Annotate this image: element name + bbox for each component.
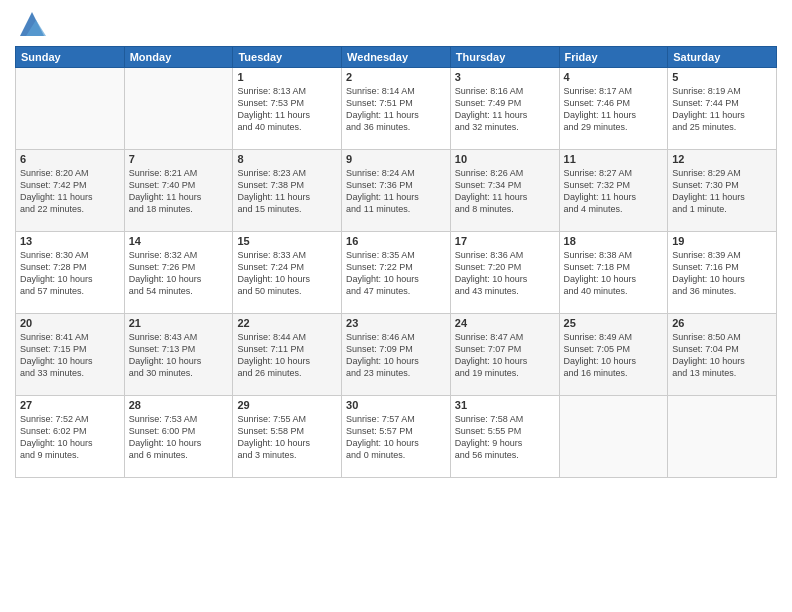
calendar-cell: 20Sunrise: 8:41 AM Sunset: 7:15 PM Dayli… <box>16 314 125 396</box>
calendar-cell: 18Sunrise: 8:38 AM Sunset: 7:18 PM Dayli… <box>559 232 668 314</box>
calendar-cell: 31Sunrise: 7:58 AM Sunset: 5:55 PM Dayli… <box>450 396 559 478</box>
day-number: 9 <box>346 153 446 165</box>
day-number: 12 <box>672 153 772 165</box>
day-info: Sunrise: 8:36 AM Sunset: 7:20 PM Dayligh… <box>455 249 555 298</box>
day-info: Sunrise: 8:17 AM Sunset: 7:46 PM Dayligh… <box>564 85 664 134</box>
calendar-cell: 4Sunrise: 8:17 AM Sunset: 7:46 PM Daylig… <box>559 68 668 150</box>
day-info: Sunrise: 8:23 AM Sunset: 7:38 PM Dayligh… <box>237 167 337 216</box>
logo <box>15 10 46 38</box>
day-info: Sunrise: 8:46 AM Sunset: 7:09 PM Dayligh… <box>346 331 446 380</box>
day-header-saturday: Saturday <box>668 47 777 68</box>
calendar-cell <box>559 396 668 478</box>
day-number: 30 <box>346 399 446 411</box>
day-number: 19 <box>672 235 772 247</box>
week-row-3: 13Sunrise: 8:30 AM Sunset: 7:28 PM Dayli… <box>16 232 777 314</box>
calendar-header-row: SundayMondayTuesdayWednesdayThursdayFrid… <box>16 47 777 68</box>
calendar-cell: 19Sunrise: 8:39 AM Sunset: 7:16 PM Dayli… <box>668 232 777 314</box>
day-number: 22 <box>237 317 337 329</box>
day-info: Sunrise: 8:14 AM Sunset: 7:51 PM Dayligh… <box>346 85 446 134</box>
week-row-4: 20Sunrise: 8:41 AM Sunset: 7:15 PM Dayli… <box>16 314 777 396</box>
day-number: 5 <box>672 71 772 83</box>
day-header-monday: Monday <box>124 47 233 68</box>
calendar-cell: 26Sunrise: 8:50 AM Sunset: 7:04 PM Dayli… <box>668 314 777 396</box>
day-number: 20 <box>20 317 120 329</box>
day-number: 11 <box>564 153 664 165</box>
day-number: 13 <box>20 235 120 247</box>
calendar-cell: 10Sunrise: 8:26 AM Sunset: 7:34 PM Dayli… <box>450 150 559 232</box>
week-row-2: 6Sunrise: 8:20 AM Sunset: 7:42 PM Daylig… <box>16 150 777 232</box>
day-info: Sunrise: 8:27 AM Sunset: 7:32 PM Dayligh… <box>564 167 664 216</box>
day-info: Sunrise: 8:32 AM Sunset: 7:26 PM Dayligh… <box>129 249 229 298</box>
day-number: 28 <box>129 399 229 411</box>
calendar-cell: 6Sunrise: 8:20 AM Sunset: 7:42 PM Daylig… <box>16 150 125 232</box>
calendar-cell: 14Sunrise: 8:32 AM Sunset: 7:26 PM Dayli… <box>124 232 233 314</box>
day-info: Sunrise: 8:20 AM Sunset: 7:42 PM Dayligh… <box>20 167 120 216</box>
calendar-cell: 11Sunrise: 8:27 AM Sunset: 7:32 PM Dayli… <box>559 150 668 232</box>
day-number: 18 <box>564 235 664 247</box>
calendar-cell: 23Sunrise: 8:46 AM Sunset: 7:09 PM Dayli… <box>342 314 451 396</box>
day-info: Sunrise: 8:16 AM Sunset: 7:49 PM Dayligh… <box>455 85 555 134</box>
day-number: 27 <box>20 399 120 411</box>
day-info: Sunrise: 7:53 AM Sunset: 6:00 PM Dayligh… <box>129 413 229 462</box>
day-number: 10 <box>455 153 555 165</box>
day-info: Sunrise: 7:55 AM Sunset: 5:58 PM Dayligh… <box>237 413 337 462</box>
calendar-cell: 21Sunrise: 8:43 AM Sunset: 7:13 PM Dayli… <box>124 314 233 396</box>
calendar-cell: 29Sunrise: 7:55 AM Sunset: 5:58 PM Dayli… <box>233 396 342 478</box>
day-header-tuesday: Tuesday <box>233 47 342 68</box>
day-info: Sunrise: 8:24 AM Sunset: 7:36 PM Dayligh… <box>346 167 446 216</box>
day-header-wednesday: Wednesday <box>342 47 451 68</box>
week-row-5: 27Sunrise: 7:52 AM Sunset: 6:02 PM Dayli… <box>16 396 777 478</box>
page: SundayMondayTuesdayWednesdayThursdayFrid… <box>0 0 792 612</box>
day-info: Sunrise: 8:21 AM Sunset: 7:40 PM Dayligh… <box>129 167 229 216</box>
day-number: 3 <box>455 71 555 83</box>
calendar-cell: 30Sunrise: 7:57 AM Sunset: 5:57 PM Dayli… <box>342 396 451 478</box>
calendar-cell: 3Sunrise: 8:16 AM Sunset: 7:49 PM Daylig… <box>450 68 559 150</box>
day-number: 14 <box>129 235 229 247</box>
day-number: 2 <box>346 71 446 83</box>
week-row-1: 1Sunrise: 8:13 AM Sunset: 7:53 PM Daylig… <box>16 68 777 150</box>
day-number: 25 <box>564 317 664 329</box>
calendar-cell: 13Sunrise: 8:30 AM Sunset: 7:28 PM Dayli… <box>16 232 125 314</box>
day-info: Sunrise: 7:57 AM Sunset: 5:57 PM Dayligh… <box>346 413 446 462</box>
calendar-cell: 15Sunrise: 8:33 AM Sunset: 7:24 PM Dayli… <box>233 232 342 314</box>
calendar-cell: 28Sunrise: 7:53 AM Sunset: 6:00 PM Dayli… <box>124 396 233 478</box>
day-info: Sunrise: 7:52 AM Sunset: 6:02 PM Dayligh… <box>20 413 120 462</box>
calendar-cell <box>668 396 777 478</box>
day-number: 1 <box>237 71 337 83</box>
day-number: 7 <box>129 153 229 165</box>
day-header-thursday: Thursday <box>450 47 559 68</box>
calendar-cell: 27Sunrise: 7:52 AM Sunset: 6:02 PM Dayli… <box>16 396 125 478</box>
day-number: 8 <box>237 153 337 165</box>
logo-icon <box>18 10 46 38</box>
day-number: 15 <box>237 235 337 247</box>
calendar-cell: 5Sunrise: 8:19 AM Sunset: 7:44 PM Daylig… <box>668 68 777 150</box>
calendar-body: 1Sunrise: 8:13 AM Sunset: 7:53 PM Daylig… <box>16 68 777 478</box>
calendar-cell: 16Sunrise: 8:35 AM Sunset: 7:22 PM Dayli… <box>342 232 451 314</box>
calendar-cell: 12Sunrise: 8:29 AM Sunset: 7:30 PM Dayli… <box>668 150 777 232</box>
calendar-cell: 1Sunrise: 8:13 AM Sunset: 7:53 PM Daylig… <box>233 68 342 150</box>
day-info: Sunrise: 8:39 AM Sunset: 7:16 PM Dayligh… <box>672 249 772 298</box>
day-info: Sunrise: 8:41 AM Sunset: 7:15 PM Dayligh… <box>20 331 120 380</box>
day-number: 26 <box>672 317 772 329</box>
day-number: 21 <box>129 317 229 329</box>
calendar-cell: 17Sunrise: 8:36 AM Sunset: 7:20 PM Dayli… <box>450 232 559 314</box>
calendar-cell: 8Sunrise: 8:23 AM Sunset: 7:38 PM Daylig… <box>233 150 342 232</box>
day-number: 24 <box>455 317 555 329</box>
day-number: 16 <box>346 235 446 247</box>
day-header-sunday: Sunday <box>16 47 125 68</box>
day-info: Sunrise: 8:33 AM Sunset: 7:24 PM Dayligh… <box>237 249 337 298</box>
day-info: Sunrise: 8:43 AM Sunset: 7:13 PM Dayligh… <box>129 331 229 380</box>
calendar-cell: 7Sunrise: 8:21 AM Sunset: 7:40 PM Daylig… <box>124 150 233 232</box>
calendar-cell: 9Sunrise: 8:24 AM Sunset: 7:36 PM Daylig… <box>342 150 451 232</box>
day-number: 6 <box>20 153 120 165</box>
day-info: Sunrise: 8:50 AM Sunset: 7:04 PM Dayligh… <box>672 331 772 380</box>
calendar-cell: 22Sunrise: 8:44 AM Sunset: 7:11 PM Dayli… <box>233 314 342 396</box>
day-number: 29 <box>237 399 337 411</box>
day-info: Sunrise: 8:13 AM Sunset: 7:53 PM Dayligh… <box>237 85 337 134</box>
day-info: Sunrise: 8:38 AM Sunset: 7:18 PM Dayligh… <box>564 249 664 298</box>
header <box>15 10 777 38</box>
day-info: Sunrise: 8:26 AM Sunset: 7:34 PM Dayligh… <box>455 167 555 216</box>
day-number: 17 <box>455 235 555 247</box>
calendar-cell: 2Sunrise: 8:14 AM Sunset: 7:51 PM Daylig… <box>342 68 451 150</box>
day-info: Sunrise: 8:29 AM Sunset: 7:30 PM Dayligh… <box>672 167 772 216</box>
